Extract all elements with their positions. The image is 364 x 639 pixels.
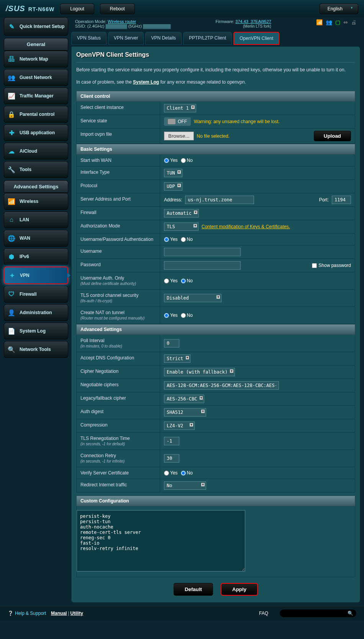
sidebar-label: IPv6	[20, 254, 29, 259]
port-input[interactable]	[332, 196, 351, 204]
logout-button[interactable]: Logout	[60, 3, 94, 14]
dns-select[interactable]: Strict	[164, 354, 190, 363]
sidebar-administration[interactable]: 👤Administration	[4, 304, 68, 321]
authdigest-select[interactable]: SHA512	[164, 408, 206, 417]
quick-setup-button[interactable]: ✎ Quick Internet Setup	[4, 17, 68, 36]
panel-desc2: In case of problem, see the System Log f…	[76, 79, 355, 86]
sidebar-ipv6[interactable]: ⬢IPv6	[4, 248, 68, 265]
label-protocol: Protocol	[77, 180, 160, 193]
client-instance-select[interactable]: Client 1	[164, 104, 196, 112]
wrench-icon: 🔧	[7, 165, 16, 174]
label-import: Import ovpn file	[77, 128, 160, 143]
tlsctrl-select[interactable]: Disabled	[164, 294, 221, 302]
start-wan-no[interactable]: No	[181, 158, 193, 163]
password-input[interactable]	[164, 261, 241, 270]
ipv6-icon: ⬢	[7, 252, 16, 261]
label-tlsreneg: TLS Renegotiation Time(in seconds, -1 fo…	[77, 433, 160, 450]
log-icon: 📄	[7, 327, 16, 335]
sidebar-label: Wireless	[20, 199, 38, 204]
sidebar-header-advanced: Advanced Settings	[4, 180, 68, 193]
opmode-link[interactable]: Wireless router	[108, 19, 136, 24]
poll-input[interactable]	[164, 339, 179, 347]
negciphers-input[interactable]	[164, 381, 279, 390]
utility-link[interactable]: Utility	[71, 611, 83, 616]
logo: /SUSRT-N66W	[6, 4, 54, 13]
connretry-input[interactable]	[164, 454, 179, 463]
sidebar-network-map[interactable]: 品Network Map	[4, 51, 68, 68]
default-button[interactable]: Default	[174, 583, 213, 596]
label-username: Username	[77, 245, 160, 259]
tab-vpn-server[interactable]: VPN Server	[108, 32, 144, 45]
userpass-yes[interactable]: Yes	[164, 237, 178, 242]
section-advanced: Advanced Settings	[76, 324, 355, 335]
sidebar-firewall[interactable]: 🛡Firewall	[4, 286, 68, 303]
firewall-select[interactable]: Automatic	[164, 209, 199, 217]
sidebar-label: Network Map	[20, 56, 48, 62]
label-instance: Select client instance	[77, 102, 160, 115]
show-password-check[interactable]: Show password	[312, 263, 351, 268]
help-link[interactable]: Help & Support	[15, 611, 46, 616]
legacy-select[interactable]: AES-256-CBC	[164, 395, 204, 403]
label-authmode: Authorization Mode	[77, 220, 160, 233]
label-compression: Compression	[77, 419, 160, 432]
userauth-no[interactable]: No	[181, 278, 193, 283]
firmware-link[interactable]: 374.43_37EAj9527	[235, 19, 271, 24]
sidebar-wan[interactable]: 🌐WAN	[4, 230, 68, 247]
label-verifycert: Verify Server Certificate	[77, 467, 160, 479]
manual-link[interactable]: Manual	[51, 611, 67, 616]
lock-icon: 🔒	[7, 110, 16, 119]
tab-vpn-status[interactable]: VPN Status	[71, 32, 107, 45]
userauth-yes[interactable]: Yes	[164, 278, 178, 283]
start-wan-yes[interactable]: Yes	[164, 158, 178, 163]
faq-link[interactable]: FAQ	[259, 611, 268, 616]
wizard-icon: ✎	[7, 22, 16, 31]
sidebar-vpn[interactable]: ✦VPN	[4, 267, 68, 284]
keys-link[interactable]: Content modification of Keys & Certifica…	[202, 224, 290, 229]
userpass-no[interactable]: No	[181, 237, 193, 242]
sidebar-label: LAN	[20, 217, 29, 222]
custom-config-textarea[interactable]	[77, 510, 245, 571]
tlsreneg-input[interactable]	[164, 437, 179, 445]
tab-vpn-details[interactable]: VPN Details	[145, 32, 182, 45]
traffic-icon: 📈	[7, 92, 16, 100]
sidebar-system-log[interactable]: 📄System Log	[4, 323, 68, 339]
service-toggle[interactable]: OFF	[164, 117, 191, 126]
search-box[interactable]: 🔍	[280, 609, 356, 617]
sidebar-guest-network[interactable]: 👥Guest Network	[4, 69, 68, 86]
sidebar-parental[interactable]: 🔒Parental control	[4, 106, 68, 123]
tab-pptp-client[interactable]: PPTP/L2TP Client	[183, 32, 232, 45]
sidebar-wireless[interactable]: 📶Wireless	[4, 193, 68, 210]
authmode-select[interactable]: TLS	[164, 222, 198, 231]
sidebar-tools[interactable]: 🔧Tools	[4, 161, 68, 178]
nat-no[interactable]: No	[181, 313, 193, 318]
wifi-icon: 📶	[7, 197, 16, 206]
verify-no[interactable]: No	[181, 470, 193, 476]
reboot-button[interactable]: Reboot	[100, 3, 135, 14]
compression-select[interactable]: LZ4-V2	[164, 422, 195, 430]
sidebar-label: Firewall	[20, 292, 37, 297]
sidebar-aicloud[interactable]: ☁AiCloud	[4, 143, 68, 160]
sidebar-lan[interactable]: ⌂LAN	[4, 211, 68, 228]
nat-yes[interactable]: Yes	[164, 313, 178, 318]
browse-button[interactable]: Browse...	[164, 132, 194, 140]
sidebar-traffic-manager[interactable]: 📈Traffic Manager	[4, 87, 68, 104]
verify-yes[interactable]: Yes	[164, 470, 178, 476]
label-firewall: Firewall	[77, 207, 160, 220]
iface-select[interactable]: TUN	[164, 169, 182, 177]
sidebar-label: Administration	[20, 310, 52, 315]
system-log-link[interactable]: System Log	[133, 79, 159, 85]
cipherneg-select[interactable]: Enable (with fallback)	[164, 368, 235, 376]
label-password: Password	[77, 259, 160, 272]
sidebar-usb[interactable]: ✚USB application	[4, 124, 68, 141]
sidebar-network-tools[interactable]: 🔍Network Tools	[4, 341, 68, 358]
upload-button[interactable]: Upload	[314, 131, 351, 141]
label-server-addr: Server Address and Port	[77, 193, 160, 206]
apply-button[interactable]: Apply	[221, 583, 258, 596]
redirect-select[interactable]: No	[164, 481, 206, 490]
label-cipherneg: Cipher Negotiation	[77, 366, 160, 379]
tab-openvpn-client[interactable]: OpenVPN Client	[233, 32, 279, 45]
language-select[interactable]: English	[320, 3, 358, 14]
address-input[interactable]	[185, 196, 254, 204]
username-input[interactable]	[164, 248, 241, 256]
protocol-select[interactable]: UDP	[164, 182, 182, 191]
